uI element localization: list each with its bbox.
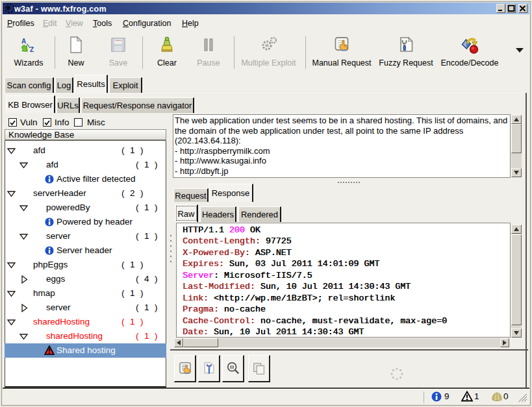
svg-text:A: A	[21, 38, 26, 45]
svg-text:Z: Z	[30, 46, 34, 53]
